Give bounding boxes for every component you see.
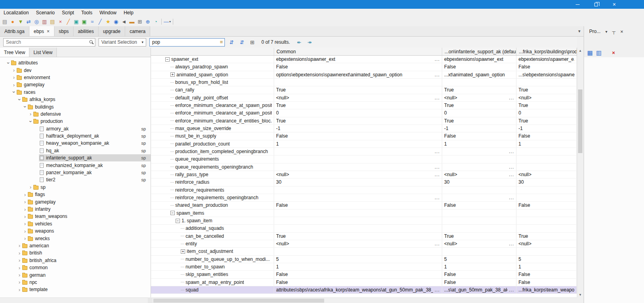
delete-icon[interactable]: × bbox=[56, 17, 64, 25]
value-cell[interactable] bbox=[274, 225, 442, 232]
find-icon[interactable]: ◎ bbox=[33, 17, 41, 25]
menu-item-scenario[interactable]: Scenario bbox=[32, 9, 58, 17]
property-name-cell[interactable]: default_rally_point_offset bbox=[151, 94, 274, 101]
value-cell[interactable] bbox=[274, 217, 442, 224]
tree-item-common[interactable]: ›common bbox=[0, 264, 151, 271]
ellipsis-button[interactable]: ... bbox=[509, 95, 514, 101]
target-icon[interactable]: ◉ bbox=[112, 17, 120, 25]
value-cell[interactable]: True bbox=[442, 233, 516, 240]
value-cell[interactable]: 30 bbox=[274, 179, 442, 186]
value-cell[interactable]: -1 bbox=[442, 125, 516, 132]
value-cell[interactable]: 5 bbox=[442, 256, 516, 263]
property-name-cell[interactable]: can_be_cancelled bbox=[151, 233, 274, 240]
value-cell[interactable]: ... bbox=[442, 194, 516, 201]
sync-icon[interactable]: ⇄ bbox=[25, 17, 33, 25]
value-cell[interactable]: True bbox=[274, 233, 442, 240]
value-cell[interactable]: False bbox=[274, 63, 442, 70]
tree-item-gameplay[interactable]: ›gameplay bbox=[0, 198, 151, 205]
tree-item-buildings[interactable]: ›buildings bbox=[0, 103, 151, 110]
value-cell[interactable] bbox=[442, 186, 516, 194]
tree-item-weapons[interactable]: ›weapons bbox=[0, 227, 151, 235]
shield-icon[interactable]: ▣ bbox=[80, 17, 88, 25]
tree-item-wrecks[interactable]: ›wrecks bbox=[0, 235, 151, 242]
menu-item-help[interactable]: Help bbox=[120, 9, 137, 17]
value-cell[interactable]: ebpextensions\spawner_e... bbox=[516, 56, 577, 63]
chevron-right-icon[interactable]: › bbox=[17, 243, 22, 248]
value-cell[interactable]: False bbox=[274, 132, 442, 140]
property-name-cell[interactable]: can_rally bbox=[151, 86, 274, 93]
tree-item-afrika-korps[interactable]: ›afrika_korps bbox=[0, 96, 151, 103]
pin-icon[interactable]: ┬ bbox=[612, 29, 616, 34]
filter-input[interactable] bbox=[149, 38, 225, 47]
tree-item-british[interactable]: ›british bbox=[0, 249, 151, 256]
filter-icon[interactable]: ≡ bbox=[220, 39, 223, 45]
chevron-right-icon[interactable]: › bbox=[22, 199, 28, 204]
chevron-right-icon[interactable]: › bbox=[22, 192, 28, 197]
property-name-cell[interactable]: bonus_xp_from_hold_list bbox=[151, 79, 274, 86]
favorite-icon[interactable]: ★ bbox=[104, 17, 112, 25]
value-cell[interactable]: False bbox=[274, 202, 442, 209]
tree-item-sp[interactable]: ›sp bbox=[0, 184, 151, 191]
ellipsis-button[interactable]: ... bbox=[435, 56, 440, 62]
property-name-cell[interactable]: parallel_production_count bbox=[151, 140, 274, 148]
property-name-cell[interactable]: enforce_minimum_clearance_at_spawn_posit… bbox=[151, 102, 274, 109]
value-cell[interactable] bbox=[516, 225, 577, 232]
value-cell[interactable] bbox=[442, 210, 516, 217]
expander-collapse-icon[interactable]: − bbox=[176, 219, 180, 223]
value-cell[interactable] bbox=[442, 155, 516, 163]
tree-item-british-africa[interactable]: ›british_africa bbox=[0, 257, 151, 264]
value-cell[interactable] bbox=[516, 194, 577, 201]
ellipsis-button[interactable]: ... bbox=[509, 195, 514, 200]
minimize-button[interactable] bbox=[569, 0, 587, 9]
value-cell[interactable]: False bbox=[442, 63, 516, 70]
grid-view-icon[interactable]: ▦ bbox=[587, 50, 593, 56]
chevron-right-icon[interactable]: › bbox=[28, 111, 33, 117]
value-cell[interactable] bbox=[516, 217, 577, 224]
value-cell[interactable] bbox=[274, 248, 442, 255]
import-icon[interactable]: ▼ bbox=[17, 17, 25, 25]
property-name-cell[interactable]: number_to_spawn bbox=[151, 263, 274, 270]
column-header-3[interactable]: ...frika_korps\buildings\produ... bbox=[516, 48, 577, 55]
property-name-cell[interactable]: +item_cost_adjustment bbox=[151, 248, 274, 255]
list-view-icon[interactable]: ▥ bbox=[596, 50, 601, 56]
value-cell[interactable] bbox=[516, 248, 577, 255]
close-button[interactable]: × bbox=[605, 0, 623, 9]
tree-horizontal-scrollbar[interactable] bbox=[0, 297, 148, 303]
property-name-cell[interactable]: reinforce_radius bbox=[151, 179, 274, 186]
property-name-cell[interactable]: −spawn_items bbox=[151, 210, 274, 217]
ellipsis-button[interactable]: ... bbox=[435, 72, 440, 78]
column-header-2[interactable]: ...on\infanterie_support_ak (default) bbox=[442, 48, 516, 55]
value-cell[interactable]: True bbox=[516, 86, 577, 93]
value-cell[interactable]: ... bbox=[274, 194, 442, 201]
tree-item-armory-ak[interactable]: armory_aksp bbox=[0, 125, 151, 132]
value-cell[interactable]: ...s\at_gun_50mm_pak_38_ak... bbox=[442, 286, 516, 293]
tab-camera[interactable]: camera bbox=[125, 26, 150, 36]
tab-upgrade[interactable]: upgrade bbox=[99, 26, 125, 36]
property-name-cell[interactable]: additional_squads bbox=[151, 225, 274, 232]
ellipsis-button[interactable]: ... bbox=[509, 172, 514, 177]
tree-item-races[interactable]: ›races bbox=[0, 89, 151, 96]
value-cell[interactable]: <null>... bbox=[274, 171, 442, 178]
scrollbar-thumb[interactable] bbox=[578, 89, 582, 153]
copy-document-icon[interactable]: ▥ bbox=[41, 17, 48, 25]
menu-item-tools[interactable]: Tools bbox=[77, 9, 96, 17]
value-cell[interactable]: 5 bbox=[516, 256, 577, 263]
value-cell[interactable]: <null>... bbox=[442, 171, 516, 178]
value-cell[interactable]: -1 bbox=[516, 125, 577, 132]
value-cell[interactable] bbox=[516, 163, 577, 171]
property-name-cell[interactable]: −spawner_ext bbox=[151, 56, 274, 63]
value-cell[interactable]: ... bbox=[442, 148, 516, 155]
chevron-right-icon[interactable]: › bbox=[28, 185, 33, 190]
value-cell[interactable]: <null>... bbox=[442, 94, 516, 101]
vertical-scrollbar[interactable]: ▲ ▼ bbox=[577, 48, 583, 297]
value-cell[interactable]: ebpextensions\spawner_ext bbox=[442, 56, 516, 63]
value-cell[interactable]: False bbox=[442, 279, 516, 286]
value-cell[interactable]: True bbox=[274, 102, 442, 109]
value-cell[interactable] bbox=[442, 248, 516, 255]
value-cell[interactable]: ... bbox=[274, 148, 442, 155]
tree-item-gameplay[interactable]: ›gameplay bbox=[0, 81, 151, 88]
columns-icon[interactable]: ⊞ bbox=[249, 40, 256, 45]
value-cell[interactable]: ... bbox=[442, 163, 516, 171]
value-cell[interactable] bbox=[516, 155, 577, 163]
property-name-cell[interactable]: +animated_spawn_option bbox=[151, 71, 274, 78]
